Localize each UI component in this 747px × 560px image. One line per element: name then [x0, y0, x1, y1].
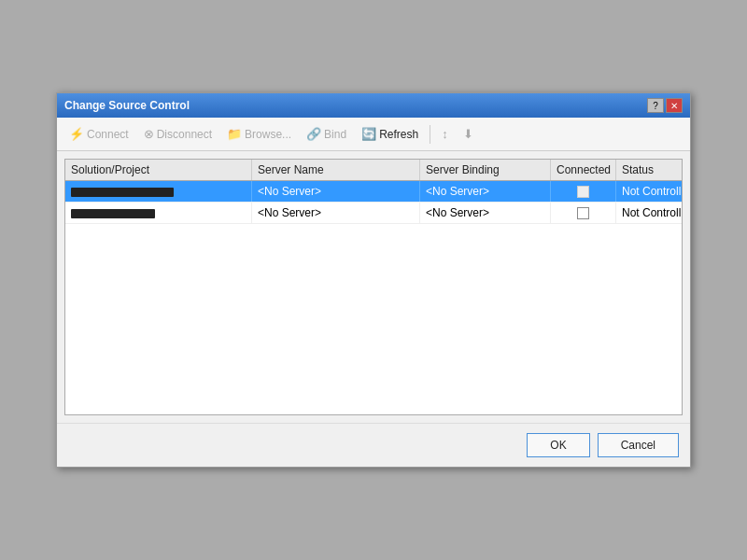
- cell-solution-2: [65, 203, 252, 223]
- cell-binding-2: <No Server>: [420, 203, 551, 223]
- cell-solution-1: [65, 181, 252, 202]
- cancel-button[interactable]: Cancel: [598, 433, 679, 457]
- sort-button[interactable]: ↕: [435, 122, 455, 147]
- connect-label: Connect: [87, 128, 129, 141]
- col-header-server-binding: Server Binding: [420, 160, 551, 180]
- col-header-connected: Connected: [551, 160, 616, 180]
- table-container: Solution/Project Server Name Server Bind…: [64, 159, 683, 415]
- connect-button[interactable]: ⚡ Connect: [63, 122, 135, 147]
- cell-server-1: <No Server>: [252, 181, 420, 202]
- connect-icon: ⚡: [69, 127, 84, 141]
- disconnect-button[interactable]: ⊗ Disconnect: [137, 122, 218, 147]
- toolbar: ⚡ Connect ⊗ Disconnect 📁 Browse... 🔗 Bin…: [57, 118, 690, 151]
- title-bar: Change Source Control ? ✕: [57, 93, 690, 118]
- refresh-label: Refresh: [379, 128, 418, 141]
- cell-status-1: Not Controll: [616, 181, 683, 202]
- refresh-button[interactable]: 🔄 Refresh: [355, 122, 425, 147]
- table-body: <No Server> <No Server> Not Controll <No…: [65, 181, 682, 414]
- col-header-solution: Solution/Project: [65, 160, 252, 180]
- table-row[interactable]: <No Server> <No Server> Not Controll: [65, 181, 682, 203]
- redacted-name-2: [71, 209, 155, 218]
- toolbar-separator-1: [430, 125, 430, 144]
- browse-button[interactable]: 📁 Browse...: [220, 122, 298, 147]
- cell-binding-1: <No Server>: [420, 181, 551, 202]
- cell-server-2: <No Server>: [252, 203, 420, 223]
- extra-button[interactable]: ⬇: [457, 122, 480, 147]
- title-bar-buttons: ? ✕: [647, 98, 683, 113]
- redacted-name-1: [71, 188, 174, 197]
- col-header-server-name: Server Name: [252, 160, 420, 180]
- extra-icon: ⬇: [463, 127, 473, 141]
- disconnect-icon: ⊗: [144, 127, 154, 141]
- checkbox-connected-2: [577, 207, 589, 219]
- cell-status-2: Not Controll: [616, 203, 683, 223]
- table-row[interactable]: <No Server> <No Server> Not Controll: [65, 203, 682, 224]
- content-area: Solution/Project Server Name Server Bind…: [57, 151, 690, 423]
- browse-label: Browse...: [245, 128, 291, 141]
- disconnect-label: Disconnect: [157, 128, 212, 141]
- browse-icon: 📁: [227, 127, 242, 141]
- bind-button[interactable]: 🔗 Bind: [300, 122, 353, 147]
- table-header: Solution/Project Server Name Server Bind…: [65, 160, 682, 181]
- bind-icon: 🔗: [306, 127, 321, 141]
- bind-label: Bind: [324, 128, 346, 141]
- refresh-icon: 🔄: [361, 127, 376, 141]
- close-button[interactable]: ✕: [666, 98, 683, 113]
- sort-icon: ↕: [442, 127, 448, 141]
- dialog-title: Change Source Control: [64, 99, 190, 112]
- ok-button[interactable]: OK: [527, 433, 589, 457]
- cell-connected-2: [551, 203, 616, 223]
- footer: OK Cancel: [57, 423, 690, 467]
- checkbox-connected-1: [577, 186, 589, 198]
- help-button[interactable]: ?: [647, 98, 664, 113]
- dialog-window: Change Source Control ? ✕ ⚡ Connect ⊗ Di…: [56, 92, 691, 468]
- col-header-status: Status: [616, 160, 683, 180]
- cell-connected-1: [551, 181, 616, 202]
